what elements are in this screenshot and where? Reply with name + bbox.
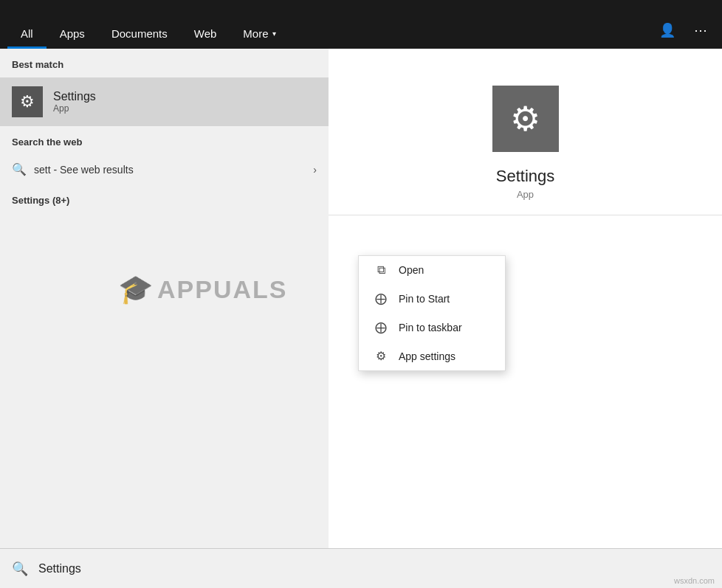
wsxdn-watermark: wsxdn.com [674,576,715,585]
pin-taskbar-icon: ⨁ [374,320,388,334]
pin-start-label: Pin to Start [399,293,450,305]
gear-icon: ⚙ [20,92,35,111]
person-icon: 👤 [659,23,675,38]
open-icon: ⧉ [374,263,388,277]
ellipsis-icon: ⋯ [694,23,707,38]
app-settings-label: App settings [399,350,455,362]
tab-more[interactable]: More ▾ [230,20,289,49]
settings-count-header: Settings (8+) [0,184,329,213]
context-menu-app-settings[interactable]: ⚙ App settings [359,342,505,370]
app-info: Settings App [53,90,96,114]
tab-web[interactable]: Web [181,20,230,49]
right-panel: ⚙ Settings App ⧉ Open ⨁ Pin to Start ⨁ P… [329,49,722,548]
arrow-right-icon: › [313,164,317,176]
settings-app-icon-large: ⚙ [492,86,559,152]
web-search-text: sett - See web results [34,164,306,176]
person-icon-button[interactable]: 👤 [652,18,683,43]
context-menu-open[interactable]: ⧉ Open [359,256,505,284]
pin-start-icon: ⨁ [374,291,388,305]
top-nav: All Apps Documents Web More ▾ 👤 ⋯ [0,0,722,49]
context-menu: ⧉ Open ⨁ Pin to Start ⨁ Pin to taskbar ⚙… [358,255,506,371]
web-search-item[interactable]: 🔍 sett - See web results › [0,155,329,184]
web-search-header: Search the web [0,126,329,155]
divider [329,215,722,215]
nav-right-buttons: 👤 ⋯ [652,18,715,43]
main-area: Best match ⚙ Settings App Search the web… [0,49,722,548]
best-match-header: Best match [0,49,329,77]
context-menu-pin-taskbar[interactable]: ⨁ Pin to taskbar [359,313,505,342]
app-settings-icon: ⚙ [374,349,388,363]
app-name: Settings [53,90,96,103]
tab-apps[interactable]: Apps [47,20,98,49]
best-match-item[interactable]: ⚙ Settings App [0,77,329,126]
search-icon: 🔍 [12,162,27,176]
app-type: App [53,103,96,114]
taskbar-search-input[interactable] [38,562,710,575]
web-search-suffix: - See web results [53,164,133,176]
gear-icon-large: ⚙ [510,99,540,139]
left-panel: Best match ⚙ Settings App Search the web… [0,49,329,548]
open-label: Open [399,264,424,276]
more-options-button[interactable]: ⋯ [687,18,715,43]
taskbar-search-bar: 🔍 wsxdn.com [0,548,722,588]
chevron-down-icon: ▾ [272,30,276,38]
taskbar-search-icon: 🔍 [12,561,28,577]
context-menu-pin-start[interactable]: ⨁ Pin to Start [359,284,505,313]
tab-documents[interactable]: Documents [98,20,181,49]
settings-app-icon-small: ⚙ [12,86,43,117]
app-type-large: App [517,189,534,200]
pin-taskbar-label: Pin to taskbar [399,322,462,333]
tab-all[interactable]: All [7,20,47,49]
app-title-large: Settings [496,167,555,186]
